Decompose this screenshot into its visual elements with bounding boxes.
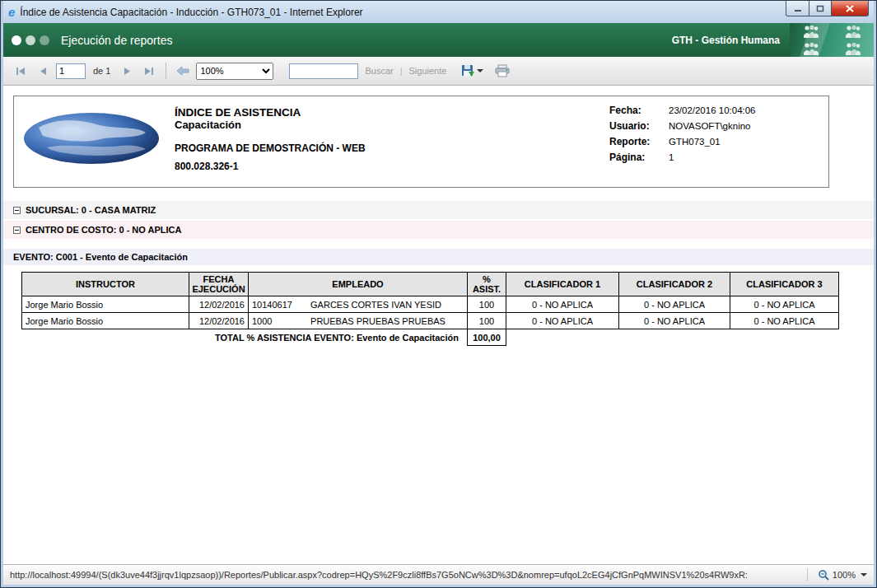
employee-code: 1000	[252, 316, 308, 326]
back-arrow-icon	[176, 66, 189, 76]
ie-icon: e	[8, 6, 15, 18]
people-group-icon	[803, 42, 819, 55]
meta-label: Fecha:	[609, 105, 669, 116]
close-icon	[846, 5, 854, 12]
browser-zoom-control[interactable]: 100%	[807, 568, 867, 581]
total-row-empty	[506, 329, 839, 346]
meta-value: 1	[669, 152, 674, 163]
minimize-icon	[794, 5, 802, 12]
browser-window: e Índice de Asistencia Capacitación - In…	[0, 0, 877, 588]
report-logo-area	[22, 103, 175, 167]
report-company: PROGRAMA DE DEMOSTRACIÓN - WEB	[175, 142, 366, 154]
print-icon	[495, 64, 510, 77]
total-value: 100,00	[468, 329, 506, 346]
attendance-table: INSTRUCTOR FECHA EJECUCIÓN EMPLEADO % AS…	[21, 272, 839, 346]
table-header-row: INSTRUCTOR FECHA EJECUCIÓN EMPLEADO % AS…	[22, 273, 839, 296]
zoom-caret-icon	[861, 573, 867, 576]
status-bar: http://localhost:49994/(S(dk3uve44f3jjrq…	[3, 564, 874, 585]
collapse-minus-icon[interactable]	[13, 207, 21, 214]
cell-clasificador2: 0 - NO APLICA	[619, 296, 730, 313]
prev-page-button[interactable]	[34, 62, 52, 80]
meta-row-usuario: Usuario: NOVASOFT\gknino	[609, 120, 817, 132]
page-title: Ejecución de reportes	[61, 34, 172, 47]
table-row: Jorge Mario Bossio 12/02/2016 1000 PRUEB…	[22, 313, 839, 329]
close-button[interactable]	[832, 1, 869, 16]
cell-instructor: Jorge Mario Bossio	[22, 296, 189, 313]
page-number-input[interactable]	[56, 63, 86, 79]
meta-label: Reporte:	[609, 136, 669, 147]
dot-icon	[26, 35, 35, 45]
print-button[interactable]	[493, 62, 511, 80]
collapse-minus-icon[interactable]	[13, 226, 21, 234]
zoom-magnifier-icon	[818, 569, 829, 581]
cell-clasificador3: 0 - NO APLICA	[730, 313, 839, 329]
col-header-fecha: FECHA EJECUCIÓN	[189, 273, 249, 296]
report-nit: 800.028.326-1	[175, 161, 366, 172]
cell-clasificador1: 0 - NO APLICA	[506, 296, 619, 313]
employee-code: 10140617	[252, 300, 308, 310]
table-row: Jorge Mario Bossio 12/02/2016 10140617 G…	[22, 296, 839, 313]
meta-value: GTH073_01	[669, 136, 721, 147]
dot-icon	[40, 35, 49, 45]
cell-empleado: 10140617 GARCES CORTES IVAN YESID	[249, 296, 468, 313]
zoom-select[interactable]: 100%	[196, 63, 273, 80]
people-group-icon	[803, 25, 819, 38]
people-group-icon	[845, 25, 861, 38]
meta-row-pagina: Página: 1	[609, 152, 817, 163]
maximize-icon	[816, 5, 824, 12]
export-button[interactable]	[459, 62, 484, 80]
window-controls	[786, 1, 869, 16]
group-label: SUCURSAL: 0 - CASA MATRIZ	[26, 205, 156, 215]
app-header: Ejecución de reportes GTH - Gestión Huma…	[3, 23, 874, 57]
next-page-icon	[124, 67, 131, 76]
find-link[interactable]: Buscar	[365, 66, 393, 76]
meta-value: 23/02/2016 10:04:06	[669, 105, 756, 116]
minimize-button[interactable]	[786, 1, 809, 16]
search-input[interactable]	[289, 63, 358, 79]
employee-name: GARCES CORTES IVAN YESID	[310, 300, 441, 310]
prev-page-icon	[40, 67, 47, 76]
cell-instructor: Jorge Mario Bossio	[22, 313, 189, 329]
employee-name: PRUEBAS PRUEBAS PRUEBAS	[310, 316, 445, 326]
event-row: EVENTO: C001 - Evento de Capacitación	[3, 249, 874, 265]
report-titles: ÍNDICE DE ASISTENCIA Capacitación PROGRA…	[175, 103, 366, 172]
report-toolbar: de 1 100% Buscar | Siguiente	[3, 57, 874, 86]
links-separator: |	[400, 66, 403, 76]
maximize-button[interactable]	[809, 1, 832, 16]
cell-clasificador2: 0 - NO APLICA	[619, 313, 730, 329]
brand-label: GTH - Gestión Humana	[672, 35, 780, 46]
status-url: http://localhost:49994/(S(dk3uve44f3jjrq…	[10, 570, 748, 580]
back-to-parent-button[interactable]	[174, 62, 192, 80]
col-header-clasificador1: CLASIFICADOR 1	[506, 273, 619, 296]
col-header-asist: % ASIST.	[468, 273, 506, 296]
page-count-label: de 1	[93, 66, 110, 76]
brand-artwork	[790, 23, 874, 57]
last-page-button[interactable]	[140, 62, 158, 80]
report-title-line1: ÍNDICE DE ASISTENCIA	[175, 106, 366, 119]
cell-fecha: 12/02/2016	[189, 296, 249, 313]
earth-logo	[22, 111, 161, 166]
status-separator	[807, 568, 808, 581]
export-save-icon	[461, 64, 475, 77]
first-page-button[interactable]	[12, 62, 30, 80]
next-page-button[interactable]	[118, 62, 136, 80]
window-title: Índice de Asistencia Capacitación - Indu…	[20, 7, 362, 18]
cell-asistencia: 100	[468, 313, 506, 329]
col-header-clasificador3: CLASIFICADOR 3	[730, 273, 839, 296]
meta-row-reporte: Reporte: GTH073_01	[609, 136, 817, 147]
banner-dots	[12, 35, 49, 45]
first-page-icon	[16, 67, 26, 76]
report-header-box: ÍNDICE DE ASISTENCIA Capacitación PROGRA…	[13, 96, 829, 188]
meta-label: Página:	[609, 152, 669, 163]
cell-empleado: 1000 PRUEBAS PRUEBAS PRUEBAS	[249, 313, 468, 329]
find-next-link[interactable]: Siguiente	[409, 66, 447, 76]
cell-clasificador1: 0 - NO APLICA	[506, 313, 619, 329]
group-row-centro-costo: CENTRO DE COSTO: 0 - NO APLICA	[3, 221, 874, 239]
people-group-icon	[845, 42, 861, 55]
meta-value: NOVASOFT\gknino	[669, 120, 751, 132]
col-header-empleado: EMPLEADO	[249, 273, 468, 296]
browser-zoom-level: 100%	[833, 570, 856, 580]
report-viewport: ÍNDICE DE ASISTENCIA Capacitación PROGRA…	[3, 86, 874, 564]
last-page-icon	[144, 67, 154, 76]
group-label: CENTRO DE COSTO: 0 - NO APLICA	[26, 225, 181, 235]
